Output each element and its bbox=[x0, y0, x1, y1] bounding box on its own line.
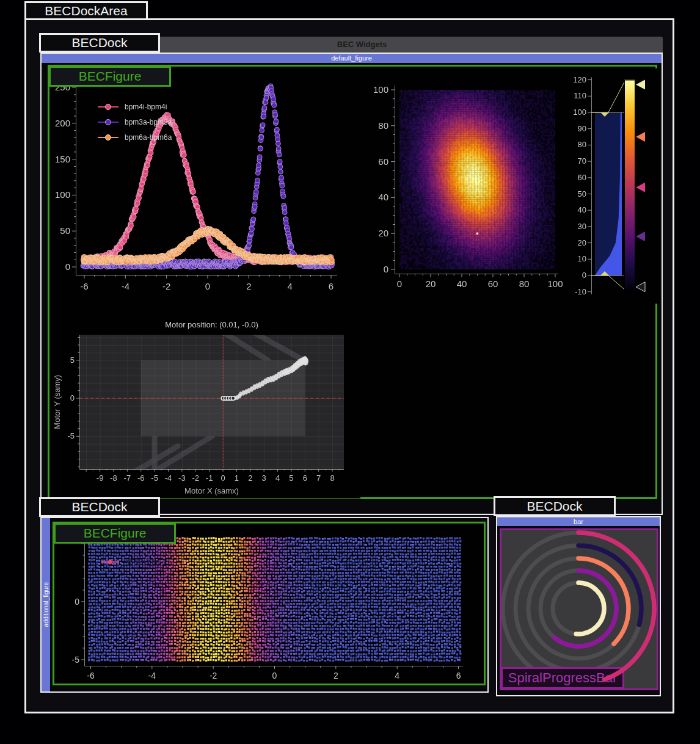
figure-additional-debug-label: BECFigure bbox=[54, 523, 176, 544]
dock-default-debug-label-text: BECDock bbox=[71, 35, 127, 50]
histogram-lut-canvas[interactable] bbox=[568, 68, 660, 304]
dock-additional-titlebar[interactable]: additional_figure bbox=[42, 518, 50, 691]
dock-additional-debug-label: BECDock bbox=[39, 497, 160, 517]
dock-default-titlebar[interactable]: default_figure bbox=[42, 54, 662, 63]
dock-bar-title-text: bar bbox=[574, 518, 583, 525]
spiral-progress-arcs-canvas[interactable] bbox=[501, 530, 657, 688]
dock-default-debug-label: BECDock bbox=[39, 33, 160, 53]
figure-default-debug-label-text: BECFigure bbox=[79, 69, 142, 84]
scatter-waveform-canvas[interactable] bbox=[55, 524, 483, 684]
dock-area-debug-label: BECDockArea bbox=[24, 1, 148, 20]
bec-dock-area: BECDockArea BEC Widgets default_figure B… bbox=[0, 0, 700, 744]
figure-default-debug-label: BECFigure bbox=[49, 66, 171, 87]
motor-map-canvas[interactable] bbox=[52, 318, 360, 498]
tab-bec-widgets-label: BEC Widgets bbox=[337, 40, 387, 49]
dock-bar-debug-label: BECDock bbox=[494, 496, 616, 516]
dock-bar-titlebar[interactable]: bar bbox=[497, 517, 660, 526]
waveform-plot-canvas[interactable] bbox=[53, 71, 352, 300]
dock-additional-debug-label-text: BECDock bbox=[71, 500, 127, 514]
dock-area-debug-label-text: BECDockArea bbox=[45, 4, 127, 18]
dock-default-title-text: default_figure bbox=[331, 54, 372, 62]
dock-bar-debug-label-text: BECDock bbox=[527, 499, 582, 514]
dock-additional-title-text: additional_figure bbox=[43, 582, 49, 627]
figure-additional-debug-label-text: BECFigure bbox=[84, 526, 147, 541]
